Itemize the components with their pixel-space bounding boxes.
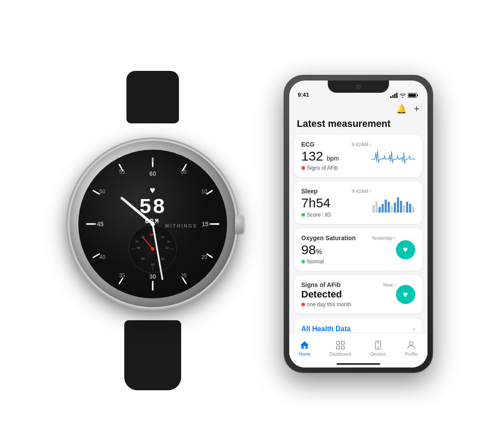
hour-hand [120, 196, 154, 225]
svg-rect-53 [372, 205, 375, 213]
svg-point-74 [410, 342, 413, 345]
afib-status-dot [301, 303, 305, 306]
app-topbar: 🔔 + [289, 100, 427, 116]
svg-rect-66 [412, 207, 414, 213]
all-health-label: All Health Data [301, 325, 351, 333]
sleep-value: 7h54 [301, 196, 371, 210]
oxygen-heart-icon: ♥ [396, 240, 415, 259]
phone-frame: 9:41 [284, 75, 433, 373]
phone-screen: 9:41 [289, 80, 427, 368]
minute-hand [152, 224, 164, 280]
page-title: Latest measurement [289, 116, 427, 135]
band-bottom [124, 320, 181, 390]
svg-rect-51 [417, 94, 418, 96]
svg-rect-65 [409, 204, 411, 213]
svg-rect-49 [396, 93, 397, 98]
afib-status: one day this month [301, 301, 396, 308]
svg-rect-59 [391, 206, 393, 213]
oxygen-title-row: Oxygen Saturation Yesterday › [301, 234, 396, 242]
svg-rect-62 [400, 201, 402, 213]
dashboard-icon [335, 340, 346, 350]
sleep-chart [371, 193, 415, 213]
svg-rect-60 [394, 203, 396, 213]
nav-profile-label: Profile [405, 352, 417, 357]
svg-rect-47 [392, 95, 393, 98]
svg-rect-55 [378, 207, 381, 213]
nav-devices-label: Devices [370, 352, 386, 357]
notch [328, 80, 389, 93]
svg-rect-63 [403, 205, 405, 213]
all-health-chevron: › [413, 325, 415, 333]
watch-crown [235, 215, 244, 233]
status-time: 9:41 [298, 91, 309, 98]
home-icon [299, 340, 310, 350]
nav-home[interactable]: Home [299, 340, 311, 357]
oxygen-value: 98% [301, 242, 396, 257]
wifi-icon [399, 93, 406, 98]
status-icons [390, 93, 419, 98]
notification-bell-icon[interactable]: 🔔 [396, 104, 407, 114]
afib-heart-icon: ♥ [396, 285, 415, 304]
svg-rect-61 [397, 197, 399, 213]
ecg-card[interactable]: ECG 9:42AM › 132 bpm [294, 135, 422, 177]
svg-rect-67 [336, 341, 340, 344]
nav-home-label: Home [299, 352, 311, 357]
sleep-timestamp: 9:42AM › [352, 189, 371, 194]
oxygen-card-left: Oxygen Saturation Yesterday › 98% [301, 234, 396, 265]
bottom-nav: Home Dashboard [289, 332, 427, 368]
oxygen-title: Oxygen Saturation [301, 234, 356, 242]
svg-rect-46 [390, 96, 392, 98]
main-container: // We'll handle this via SVG directly be… [0, 0, 480, 448]
sleep-title: Sleep [301, 188, 318, 195]
notch-camera [356, 84, 361, 89]
ecg-value: 132 bpm [301, 149, 371, 163]
band-top [126, 71, 179, 123]
add-button[interactable]: + [414, 103, 420, 115]
nav-devices[interactable]: Devices [370, 340, 386, 357]
sleep-card-left: Sleep 9:42AM › 7h54 [301, 188, 371, 218]
svg-rect-57 [385, 200, 387, 213]
battery-icon [408, 93, 419, 98]
watch-case: // We'll handle this via SVG directly be… [70, 141, 236, 307]
sleep-status-dot [301, 213, 305, 217]
svg-rect-48 [394, 94, 396, 98]
nav-dashboard[interactable]: Dashboard [329, 340, 351, 357]
ecg-chart [371, 146, 415, 166]
ecg-timestamp: 9:42AM › [352, 142, 371, 147]
profile-icon [406, 340, 417, 350]
afib-card[interactable]: Signs of AFib Now › Detected one day thi… [294, 275, 422, 314]
oxygen-timestamp: Yesterday › [371, 235, 396, 241]
afib-title-row: Signs of AFib Now › [301, 281, 396, 288]
home-indicator [336, 363, 380, 365]
svg-rect-70 [341, 346, 344, 349]
svg-rect-68 [341, 341, 344, 344]
svg-rect-69 [336, 346, 340, 349]
svg-rect-64 [406, 202, 408, 213]
ecg-title: ECG [301, 141, 315, 148]
ecg-status-dot [301, 166, 305, 170]
svg-rect-52 [408, 94, 416, 97]
afib-title: Signs of AFib [301, 281, 341, 288]
signal-icon [390, 93, 398, 98]
nav-dashboard-label: Dashboard [329, 352, 351, 357]
center-dot [151, 222, 155, 226]
app-content: 🔔 + Latest measurement ECG [289, 100, 427, 368]
oxygen-status-dot [301, 260, 305, 263]
sleep-card[interactable]: Sleep 9:42AM › 7h54 [294, 182, 422, 224]
ecg-status: Signs of AFib [301, 165, 371, 171]
oxygen-status: Normal [301, 259, 396, 265]
devices-icon [373, 340, 383, 350]
ecg-title-row: ECG 9:42AM › [301, 141, 371, 148]
oxygen-card[interactable]: Oxygen Saturation Yesterday › 98% [294, 228, 422, 271]
svg-rect-58 [388, 202, 390, 213]
watch-hands [78, 150, 227, 298]
sleep-status: Score : 83 [301, 212, 371, 218]
ecg-card-left: ECG 9:42AM › 132 bpm [301, 141, 371, 171]
svg-rect-56 [382, 204, 384, 213]
svg-rect-54 [375, 202, 378, 213]
watch-outer: // We'll handle this via SVG directly be… [61, 110, 245, 338]
svg-point-72 [378, 347, 378, 348]
cards-container: ECG 9:42AM › 132 bpm [289, 135, 427, 314]
afib-timestamp: Now › [383, 282, 396, 287]
nav-profile[interactable]: Profile [405, 340, 417, 357]
